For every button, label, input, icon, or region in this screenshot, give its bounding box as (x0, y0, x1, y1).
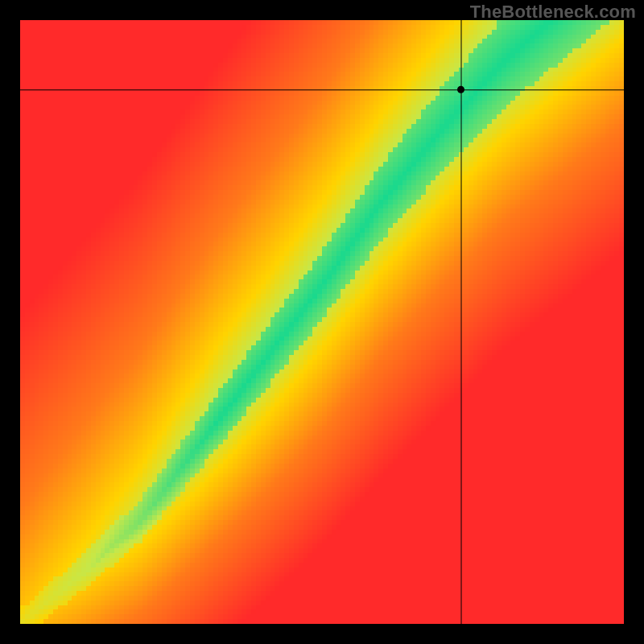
bottleneck-heatmap (20, 20, 624, 624)
chart-container: TheBottleneck.com (0, 0, 644, 644)
